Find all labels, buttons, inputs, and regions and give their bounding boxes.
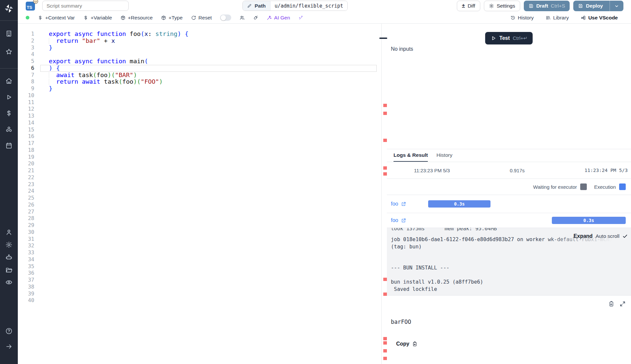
run-link-foo[interactable]: foo: [387, 217, 420, 223]
code-line[interactable]: [40, 167, 377, 174]
run-link-foo[interactable]: foo: [387, 201, 420, 207]
sidebar-item-workers[interactable]: [0, 253, 18, 262]
code-line[interactable]: [40, 140, 377, 147]
sidebar-item-settings[interactable]: [0, 240, 18, 249]
copy-result-icon[interactable]: [608, 301, 615, 307]
autoscroll-toggle[interactable]: Auto scroll: [596, 233, 619, 239]
code-line[interactable]: [40, 242, 377, 249]
diff-mode-toggle[interactable]: [220, 14, 231, 21]
sidebar-item-collapse[interactable]: [0, 342, 18, 351]
code-line[interactable]: [40, 181, 377, 188]
use-vscode-button[interactable]: Use VScode: [581, 15, 618, 21]
test-button[interactable]: Test Ctrl+↵: [485, 32, 533, 44]
code-line[interactable]: [40, 174, 377, 181]
code-line[interactable]: [40, 236, 377, 243]
code-token: :: [148, 30, 155, 37]
tab-history[interactable]: History: [436, 149, 452, 162]
logs-section[interactable]: took 1375ms mem peak: 95.64MB Expand Aut…: [387, 228, 631, 295]
sidebar-item-audit-logs[interactable]: [0, 278, 18, 287]
expand-result-icon[interactable]: [619, 301, 626, 307]
history-button[interactable]: History: [510, 15, 534, 21]
line-number: 27: [18, 209, 34, 215]
edit-path-button[interactable]: Path: [243, 1, 270, 11]
diff-button[interactable]: ± Diff: [457, 1, 480, 11]
add-variable-button[interactable]: +Variable: [83, 15, 112, 21]
execution-bar[interactable]: 0.3s: [552, 217, 626, 224]
code-line[interactable]: }: [40, 85, 377, 92]
code-token: +: [100, 37, 111, 44]
add-resource-button[interactable]: +Resource: [120, 15, 153, 21]
code-line[interactable]: [40, 106, 377, 113]
line-number: 30: [18, 229, 34, 236]
sidebar-item-home[interactable]: [0, 76, 18, 86]
add-context-var-button[interactable]: +Context Var: [38, 15, 75, 21]
copy-result-button[interactable]: Copy: [396, 341, 418, 347]
code-line[interactable]: [40, 291, 377, 297]
code-line[interactable]: [40, 195, 377, 202]
code-line[interactable]: [40, 277, 377, 284]
ai-gen-button[interactable]: AI Gen: [267, 15, 290, 21]
code-line[interactable]: await task(foo)("BAR"): [40, 72, 377, 79]
tab-logs-result[interactable]: Logs & Result: [394, 149, 428, 162]
code-line[interactable]: [40, 222, 377, 229]
code-line[interactable]: [40, 256, 377, 263]
sidebar-item-resources[interactable]: [0, 125, 18, 134]
execution-bar[interactable]: 0.3s: [428, 200, 490, 208]
code-line[interactable]: [40, 99, 377, 106]
code-line[interactable]: }: [40, 44, 377, 51]
deploy-button[interactable]: Deploy: [573, 1, 623, 11]
settings-button[interactable]: Settings: [484, 1, 520, 11]
ai-fix-button[interactable]: [298, 15, 303, 20]
script-path-input[interactable]: u/admin/flexible_script: [270, 1, 348, 11]
code-line[interactable]: [40, 270, 377, 277]
script-status-dot: [26, 16, 29, 19]
editor-code-area[interactable]: export async function foo(x: string) { r…: [40, 31, 377, 304]
format-button[interactable]: [253, 15, 258, 20]
legend-swatch: [619, 183, 626, 190]
code-line[interactable]: [40, 284, 377, 291]
multiplayer-button[interactable]: [239, 15, 245, 20]
code-line[interactable]: [40, 297, 377, 304]
code-line[interactable]: return "bar" + x: [40, 38, 377, 44]
code-line[interactable]: [40, 249, 377, 256]
code-line[interactable]: [40, 188, 377, 195]
expand-logs-button[interactable]: Expand: [574, 233, 593, 239]
library-button[interactable]: Library: [546, 15, 569, 21]
code-line[interactable]: [40, 154, 377, 161]
add-type-button[interactable]: +Type: [161, 15, 183, 21]
code-line[interactable]: [40, 120, 377, 126]
sidebar-item-users[interactable]: [0, 228, 18, 237]
code-line[interactable]: [40, 202, 377, 209]
deploy-dropdown-button[interactable]: [610, 1, 623, 11]
reset-button[interactable]: Reset: [191, 15, 212, 21]
draft-button[interactable]: Draft Ctrl+S: [524, 1, 570, 11]
sidebar-item-folders[interactable]: [0, 265, 18, 274]
code-line[interactable]: [40, 160, 377, 167]
code-line[interactable]: [40, 92, 377, 99]
code-line[interactable]: [40, 126, 377, 133]
panel-resize-handle[interactable]: [379, 38, 387, 39]
code-token: (: [144, 58, 148, 65]
code-line[interactable]: [40, 147, 377, 154]
sidebar-item-help[interactable]: [0, 326, 18, 336]
code-editor[interactable]: 1234567891011121314151617181920212223242…: [18, 24, 381, 364]
editor-overview-ruler[interactable]: [381, 24, 387, 364]
code-line[interactable]: [40, 229, 377, 236]
sidebar-item-favorites[interactable]: [0, 47, 18, 56]
code-line[interactable]: [40, 113, 377, 120]
code-line[interactable]: [40, 51, 377, 58]
code-line[interactable]: return await task(foo)("FOO"): [40, 78, 377, 85]
sidebar-item-runs[interactable]: [0, 93, 18, 102]
code-line[interactable]: [40, 133, 377, 140]
script-summary-input[interactable]: [42, 1, 129, 11]
sidebar-item-schedules[interactable]: [0, 141, 18, 150]
code-line[interactable]: [40, 209, 377, 215]
code-line[interactable]: [40, 263, 377, 270]
sidebar-item-workspace[interactable]: [0, 29, 18, 38]
code-line[interactable]: export async function main(: [40, 58, 377, 65]
code-line[interactable]: export async function foo(x: string) {: [40, 31, 377, 38]
code-line[interactable]: [40, 215, 377, 222]
sidebar-item-variables[interactable]: [0, 109, 18, 118]
windmill-logo-icon[interactable]: [0, 4, 18, 13]
code-line[interactable]: ) {: [40, 65, 377, 72]
